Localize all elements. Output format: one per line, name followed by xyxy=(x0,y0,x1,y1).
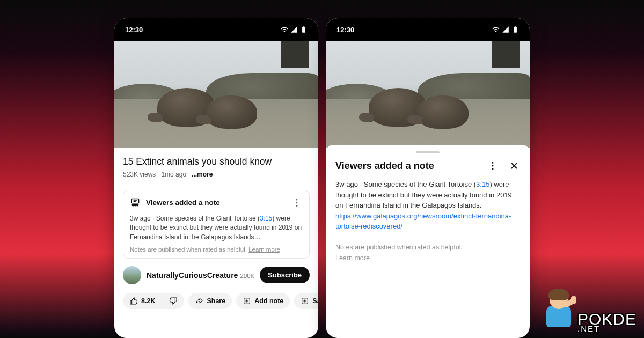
thumb-up-icon xyxy=(129,297,138,305)
channel-subs: 200K xyxy=(240,273,254,279)
battery-icon xyxy=(511,26,519,33)
note-age: 3w ago xyxy=(130,215,151,222)
dislike-button[interactable] xyxy=(163,293,184,309)
save-button[interactable]: Sa xyxy=(294,293,318,309)
action-row: 8.2K Share Add note Sa xyxy=(114,290,318,315)
svg-point-1 xyxy=(132,204,134,205)
viewer-note-card[interactable]: Viewers added a note 3w ago · Some speci… xyxy=(123,190,310,259)
status-icons xyxy=(281,26,308,33)
sheet-age: 3w ago xyxy=(335,180,358,188)
watermark: POKDE .NET xyxy=(542,290,636,333)
video-thumbnail[interactable] xyxy=(326,41,530,148)
more-vert-icon xyxy=(291,197,302,208)
status-time: 12:30 xyxy=(125,26,143,34)
phone-right: 12:30 Viewers added a note xyxy=(326,18,530,338)
channel-name[interactable]: NaturallyCuriousCreature xyxy=(147,271,238,280)
signal-icon xyxy=(290,26,298,33)
sheet-grabber[interactable] xyxy=(416,151,440,153)
share-icon xyxy=(195,297,203,305)
thumb-down-icon xyxy=(169,297,178,305)
svg-point-6 xyxy=(296,205,298,207)
more-link[interactable]: ...more xyxy=(192,171,213,178)
note-body: 3w ago · Some species of the Giant Torto… xyxy=(130,214,303,242)
note-menu-button[interactable] xyxy=(291,197,303,209)
battery-icon xyxy=(300,26,308,33)
add-note-icon xyxy=(243,297,251,305)
note-heading: Viewers added a note xyxy=(146,199,286,207)
more-vert-icon xyxy=(487,160,498,171)
svg-point-11 xyxy=(492,168,494,170)
sheet-disclaimer: Notes are published when rated as helpfu… xyxy=(335,243,520,264)
svg-point-9 xyxy=(492,162,494,164)
subscribe-button[interactable]: Subscribe xyxy=(260,267,310,283)
status-bar: 12:30 xyxy=(114,18,318,41)
sheet-source-link[interactable]: https://www.galapagos.org/newsroom/extin… xyxy=(335,212,511,231)
svg-rect-0 xyxy=(131,199,138,203)
channel-avatar[interactable] xyxy=(123,266,141,284)
learn-more-link[interactable]: Learn more xyxy=(248,246,280,253)
note-icon xyxy=(130,197,141,208)
close-icon xyxy=(509,160,519,171)
signal-icon xyxy=(502,26,509,33)
channel-row[interactable]: NaturallyCuriousCreature200K Subscribe xyxy=(114,259,318,290)
svg-point-10 xyxy=(492,165,494,167)
like-button[interactable]: 8.2K xyxy=(123,293,163,309)
svg-point-5 xyxy=(296,202,298,203)
save-icon xyxy=(301,297,309,305)
sheet-learn-more-link[interactable]: Learn more xyxy=(335,253,520,263)
svg-point-3 xyxy=(137,204,138,205)
share-button[interactable]: Share xyxy=(188,293,232,309)
sheet-menu-button[interactable] xyxy=(487,160,499,172)
video-age: 1mo ago xyxy=(161,171,186,178)
sheet-timestamp[interactable]: 3:15 xyxy=(476,180,489,188)
video-meta[interactable]: 523K views 1mo ago ...more xyxy=(123,171,310,178)
like-count: 8.2K xyxy=(141,297,155,305)
note-bottom-sheet: Viewers added a note 3w ago · Some speci… xyxy=(326,145,530,273)
status-bar: 12:30 xyxy=(326,18,530,41)
sheet-body: 3w ago · Some species of the Giant Torto… xyxy=(335,179,520,232)
svg-point-2 xyxy=(134,204,136,205)
svg-point-4 xyxy=(296,199,298,201)
wifi-icon xyxy=(492,26,500,33)
video-views: 523K views xyxy=(123,171,156,178)
add-note-button[interactable]: Add note xyxy=(236,293,290,309)
status-icons xyxy=(492,26,519,33)
note-disclaimer: Notes are published when rated as helpfu… xyxy=(130,246,303,253)
status-time: 12:30 xyxy=(336,26,354,34)
sheet-title: Viewers added a note xyxy=(335,160,481,172)
phone-left: 12:30 15 Extinct animals you should know… xyxy=(114,18,318,338)
wifi-icon xyxy=(281,26,288,33)
video-thumbnail[interactable] xyxy=(114,41,318,148)
watermark-mascot xyxy=(542,290,576,333)
note-timestamp[interactable]: 3:15 xyxy=(260,215,272,222)
watermark-text: POKDE .NET xyxy=(577,312,636,333)
sheet-close-button[interactable] xyxy=(508,160,520,172)
video-title[interactable]: 15 Extinct animals you should know xyxy=(123,156,310,168)
